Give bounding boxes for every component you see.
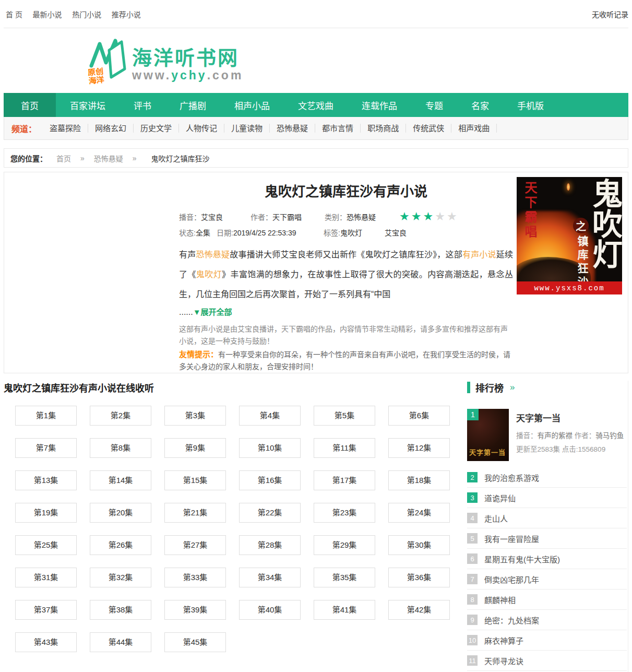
episode-button[interactable]: 第25集 xyxy=(15,535,77,555)
topbar-link[interactable]: 首 页 xyxy=(4,9,25,19)
desc-link-category[interactable]: 恐怖悬疑 xyxy=(196,250,230,259)
topbar-link[interactable]: 热门小说 xyxy=(64,9,104,19)
channel-link[interactable]: 儿童读物 xyxy=(224,124,270,133)
episode-button[interactable]: 第38集 xyxy=(90,600,151,620)
episode-button[interactable]: 第43集 xyxy=(15,632,77,652)
episode-button[interactable]: 第34集 xyxy=(239,568,301,587)
book-tag[interactable]: 艾宝良 xyxy=(385,227,407,238)
episode-button[interactable]: 第23集 xyxy=(314,503,375,523)
channel-link[interactable]: 恐怖悬疑 xyxy=(270,124,315,133)
episode-button[interactable]: 第27集 xyxy=(164,535,226,555)
ranking-featured-item[interactable]: 1 天字第一当 天字第一当 播音：有声的紫襟 作者：骑马钓鱼更新至2583集 点… xyxy=(467,409,627,461)
rank-item-title: 麒麟神相 xyxy=(484,594,516,605)
episode-button[interactable]: 第39集 xyxy=(164,600,226,620)
episode-button[interactable]: 第11集 xyxy=(314,438,375,458)
channel-link[interactable]: 盗墓探险 xyxy=(43,124,88,133)
breadcrumb-category-link[interactable]: 恐怖悬疑 xyxy=(94,153,123,163)
episode-button[interactable]: 第16集 xyxy=(239,470,301,490)
channel-link[interactable]: 人物传记 xyxy=(179,124,224,133)
episode-button[interactable]: 第13集 xyxy=(15,470,77,490)
episode-button[interactable]: 第18集 xyxy=(388,470,450,490)
nav-item-评书[interactable]: 评书 xyxy=(120,93,165,117)
episode-button[interactable]: 第9集 xyxy=(164,438,226,458)
nav-item-相声小品[interactable]: 相声小品 xyxy=(220,93,284,117)
episode-button[interactable]: 第3集 xyxy=(164,406,226,426)
episode-button[interactable]: 第26集 xyxy=(90,535,151,555)
site-logo[interactable]: 原创 海洋 海洋听书网 www.ychy.com xyxy=(88,39,243,82)
book-cover-image[interactable]: 天下霸唱 鬼吹灯 之 镇库狂沙 www.ysxs8.com xyxy=(517,177,622,294)
episode-button[interactable]: 第29集 xyxy=(314,535,375,555)
featured-title[interactable]: 天字第一当 xyxy=(516,411,627,424)
featured-thumbnail[interactable]: 1 天字第一当 xyxy=(467,409,509,461)
desc-link-audiobook[interactable]: 有声小说 xyxy=(462,250,496,259)
channel-link[interactable]: 都市言情 xyxy=(315,124,361,133)
episode-button[interactable]: 第22集 xyxy=(239,503,301,523)
nav-item-名家[interactable]: 名家 xyxy=(457,93,503,117)
episode-button[interactable]: 第30集 xyxy=(388,535,450,555)
episode-button[interactable]: 第42集 xyxy=(388,600,450,620)
nav-item-专题[interactable]: 专题 xyxy=(411,93,457,117)
episode-button[interactable]: 第35集 xyxy=(314,568,375,587)
episode-button[interactable]: 第12集 xyxy=(388,438,450,458)
episode-button[interactable]: 第31集 xyxy=(15,568,77,587)
episode-button[interactable]: 第41集 xyxy=(314,600,375,620)
episode-button[interactable]: 第8集 xyxy=(90,438,151,458)
episode-button[interactable]: 第10集 xyxy=(239,438,301,458)
episode-button[interactable]: 第2集 xyxy=(90,406,151,426)
episode-button[interactable]: 第19集 xyxy=(15,503,77,523)
episode-button[interactable]: 第4集 xyxy=(239,406,301,426)
episode-button[interactable]: 第32集 xyxy=(90,568,151,587)
nav-item-首页[interactable]: 首页 xyxy=(4,93,56,117)
ranking-item[interactable]: 6星期五有鬼(牛大宝版) xyxy=(467,549,627,569)
ranking-more-link[interactable]: » xyxy=(510,382,515,393)
channel-link[interactable]: 职场商战 xyxy=(361,124,406,133)
channel-link[interactable]: 网络玄幻 xyxy=(88,124,134,133)
episode-button[interactable]: 第24集 xyxy=(388,503,450,523)
episode-button[interactable]: 第45集 xyxy=(164,632,226,652)
ranking-item[interactable]: 2我的治愈系游戏 xyxy=(467,467,627,488)
episode-button[interactable]: 第37集 xyxy=(15,600,77,620)
ranking-item[interactable]: 5我有一座冒险屋 xyxy=(467,528,627,549)
topbar-link[interactable]: 最新小说 xyxy=(25,9,64,19)
episode-button[interactable]: 第40集 xyxy=(239,600,301,620)
nav-item-百家讲坛[interactable]: 百家讲坛 xyxy=(56,93,120,117)
expand-all-button[interactable]: ▼展开全部 xyxy=(193,308,232,316)
topbar-link[interactable]: 推荐小说 xyxy=(103,9,143,19)
ranking-item[interactable]: 4走山人 xyxy=(467,508,627,528)
episode-button[interactable]: 第21集 xyxy=(164,503,226,523)
episode-button[interactable]: 第15集 xyxy=(164,470,226,490)
channel-link[interactable]: 相声戏曲 xyxy=(451,124,497,133)
ranking-item[interactable]: 10麻衣神算子 xyxy=(467,630,627,651)
rank-item-title: 我有一座冒险屋 xyxy=(484,533,539,544)
rank-item-title: 道诡异仙 xyxy=(484,492,516,503)
nav-item-连载作品[interactable]: 连载作品 xyxy=(348,93,411,117)
book-tag[interactable]: 标签:鬼吹灯 xyxy=(324,227,385,238)
episode-button[interactable]: 第14集 xyxy=(90,470,151,490)
nav-item-文艺戏曲[interactable]: 文艺戏曲 xyxy=(284,93,348,117)
episode-button[interactable]: 第17集 xyxy=(314,470,375,490)
episode-button[interactable]: 第7集 xyxy=(15,438,77,458)
breadcrumb-home-link[interactable]: 首页 xyxy=(56,153,71,163)
ranking-item[interactable]: 7倒卖凶宅那几年 xyxy=(467,569,627,590)
ranking-item[interactable]: 11天师寻龙诀 xyxy=(467,651,627,671)
desc-link-series[interactable]: 鬼吹灯 xyxy=(196,270,222,279)
episode-button[interactable]: 第1集 xyxy=(15,406,77,426)
episode-button[interactable]: 第36集 xyxy=(388,568,450,587)
episode-button[interactable]: 第20集 xyxy=(90,503,151,523)
episode-button[interactable]: 第28集 xyxy=(239,535,301,555)
ranking-item[interactable]: 3道诡异仙 xyxy=(467,488,627,508)
channel-link[interactable]: 历史文学 xyxy=(134,124,179,133)
channel-link[interactable]: 传统武侠 xyxy=(406,124,451,133)
nav-item-手机版[interactable]: 手机版 xyxy=(503,93,558,117)
book-category[interactable]: 类别：恐怖悬疑 xyxy=(325,211,399,222)
episode-button[interactable]: 第33集 xyxy=(164,568,226,587)
ranking-item[interactable]: 9绝密：九处档案 xyxy=(467,610,627,630)
episode-button[interactable]: 第5集 xyxy=(314,406,375,426)
episode-button[interactable]: 第6集 xyxy=(388,406,450,426)
episode-button[interactable]: 第44集 xyxy=(90,632,151,652)
nav-item-广播剧[interactable]: 广播剧 xyxy=(165,93,220,117)
listen-history-status[interactable]: 无收听记录 xyxy=(592,9,628,19)
rating-stars[interactable]: ★★★★★ xyxy=(399,213,459,220)
ranking-item[interactable]: 8麒麟神相 xyxy=(467,590,627,610)
breadcrumb: 您的位置： 首页 » 恐怖悬疑 » 鬼吹灯之镇库狂沙 xyxy=(4,148,628,168)
